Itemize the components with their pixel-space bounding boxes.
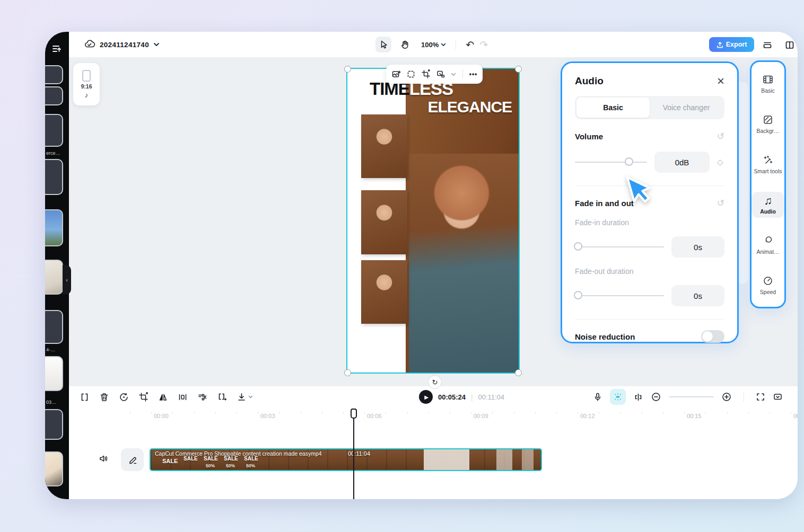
reset-icon[interactable]: ↺ <box>717 131 724 142</box>
volume-slider-thumb[interactable] <box>625 157 633 166</box>
media-thumbnail[interactable] <box>45 159 63 195</box>
canvas-tools: 100% ↶ ↷ <box>375 32 488 57</box>
ruler-label: 00:00 <box>154 413 169 419</box>
topbar: 202411241740 100% <box>69 32 798 57</box>
video-clip[interactable]: CapCut Commerce Pro Shoppable content cr… <box>150 448 542 471</box>
media-list-icon[interactable] <box>51 43 62 54</box>
timeline-toolbar: ▶ 00:05:24 | 00:11:04 <box>69 386 798 407</box>
media-thumbnail[interactable] <box>45 260 63 295</box>
fade-out-slider-thumb[interactable] <box>574 291 582 299</box>
volume-slider[interactable] <box>575 162 647 163</box>
aspect-ratio-card[interactable]: 9:16 ♪ <box>73 63 100 105</box>
track-audio-icon[interactable] <box>99 454 109 464</box>
media-thumbnail[interactable] <box>45 114 63 147</box>
selection-handle-top-left[interactable] <box>344 66 351 73</box>
app-window: erce… 4-… 03… ‹ 2024112417 <box>45 32 798 499</box>
flip-horizontal-icon[interactable] <box>158 392 168 402</box>
rail-item-audio[interactable]: ♫ Audio <box>751 192 784 218</box>
reset-icon[interactable]: ↺ <box>717 198 724 209</box>
trim-icon[interactable] <box>197 392 207 402</box>
media-thumbnail[interactable] <box>45 209 63 246</box>
aspect-ratio-value: 9:16 <box>81 83 92 90</box>
fade-in-slider[interactable] <box>575 246 664 247</box>
chevron-down-icon <box>248 395 253 398</box>
clip-sale-text: SALE <box>244 456 258 462</box>
preview-photo-small <box>361 260 407 324</box>
fade-in-label: Fade-in duration <box>575 218 724 227</box>
play-button[interactable]: ▶ <box>419 390 433 404</box>
reverse-icon[interactable] <box>119 392 129 402</box>
media-thumbnail[interactable] <box>45 65 63 84</box>
selection-handle-bottom-right[interactable] <box>515 369 522 376</box>
layout-split-icon[interactable] <box>783 39 796 51</box>
preview-display-icon[interactable] <box>773 392 783 402</box>
crop-icon[interactable] <box>421 69 431 79</box>
clip-thumbnail-light <box>522 449 534 470</box>
more-options-button[interactable]: ••• <box>469 70 478 78</box>
ai-sparkle-icon <box>613 392 623 402</box>
video-preview[interactable]: TIMELESS ELEGANCE <box>347 69 519 373</box>
timeline-zoom-out-icon[interactable] <box>651 392 661 402</box>
timeline-section: ▶ 00:05:24 | 00:11:04 <box>69 386 798 499</box>
rail-item-animations[interactable]: Animat… <box>751 232 784 258</box>
fade-out-value[interactable]: 0s <box>671 285 724 306</box>
rail-item-basic[interactable]: Basic <box>751 70 784 97</box>
timeline-zoom-in-icon[interactable] <box>721 392 732 402</box>
fade-out-slider[interactable] <box>575 295 664 296</box>
timeline-zoom-slider[interactable] <box>669 396 714 397</box>
tab-voice-changer[interactable]: Voice changer <box>650 97 723 118</box>
rail-item-background[interactable]: Backgr… <box>751 111 784 137</box>
transform-icon[interactable] <box>436 69 445 79</box>
fade-in-slider-thumb[interactable] <box>574 242 582 251</box>
split-add-icon[interactable] <box>217 392 227 402</box>
rail-item-speed[interactable]: Speed <box>751 272 784 298</box>
mirror-icon[interactable] <box>178 392 188 402</box>
media-thumbnail[interactable] <box>45 451 63 486</box>
replace-image-icon[interactable] <box>391 69 401 79</box>
zoom-level-control[interactable]: 100% <box>421 41 446 49</box>
ai-assistant-button[interactable] <box>610 389 626 405</box>
sidebar-collapse-handle[interactable]: ‹ <box>63 265 71 295</box>
delete-icon[interactable] <box>99 392 109 402</box>
edit-track-button[interactable] <box>121 448 144 471</box>
rail-item-label: Backgr… <box>756 128 779 134</box>
music-note-icon: ♫ <box>764 195 772 206</box>
fit-timeline-icon[interactable] <box>756 392 765 402</box>
rail-item-smart-tools[interactable]: Smart tools <box>751 151 784 178</box>
title-line2: ELEGANCE <box>347 99 512 116</box>
redo-button[interactable]: ↷ <box>479 40 488 50</box>
selection-handle-top-right[interactable] <box>515 66 522 73</box>
close-icon[interactable]: × <box>717 75 724 87</box>
preview-photo-large <box>409 154 519 373</box>
tab-basic[interactable]: Basic <box>576 97 650 118</box>
hand-tool-button[interactable] <box>397 37 413 52</box>
volume-value[interactable]: 0dB <box>654 152 710 173</box>
media-thumbnail[interactable] <box>45 310 63 344</box>
phone-outline-icon <box>82 70 91 82</box>
chevron-down-icon[interactable] <box>451 73 456 76</box>
undo-button[interactable]: ↶ <box>466 40 474 50</box>
media-thumbnail[interactable] <box>45 356 63 391</box>
media-thumbnail[interactable] <box>45 86 63 105</box>
cover-stack-icon[interactable] <box>761 39 774 51</box>
rotate-handle[interactable]: ↻ <box>428 375 442 389</box>
export-button[interactable]: Export <box>709 37 754 52</box>
crop-icon[interactable] <box>138 392 148 402</box>
fade-in-value[interactable]: 0s <box>671 236 724 258</box>
project-menu[interactable]: 202411241740 <box>84 39 160 50</box>
select-tool-button[interactable] <box>375 37 391 52</box>
noise-reduction-toggle[interactable] <box>701 330 724 343</box>
frame-select-icon[interactable] <box>406 69 416 79</box>
keyframe-diamond-icon[interactable]: ◇ <box>717 157 723 167</box>
timeline-ruler[interactable]: 00:00 00:03 00:06 00:09 00:12 00:15 00:1… <box>69 410 798 423</box>
split-icon[interactable] <box>80 392 90 402</box>
media-thumbnail[interactable] <box>45 409 63 440</box>
microphone-icon[interactable] <box>593 392 602 402</box>
cloud-sync-icon <box>84 39 95 50</box>
playhead-handle[interactable] <box>351 409 357 419</box>
clip-sale-text: SALE <box>183 456 198 462</box>
clip-split-preview-icon[interactable] <box>633 392 643 402</box>
selection-handle-bottom-left[interactable] <box>344 369 351 376</box>
download-menu-button[interactable] <box>237 392 253 402</box>
playhead-line[interactable] <box>353 418 354 499</box>
